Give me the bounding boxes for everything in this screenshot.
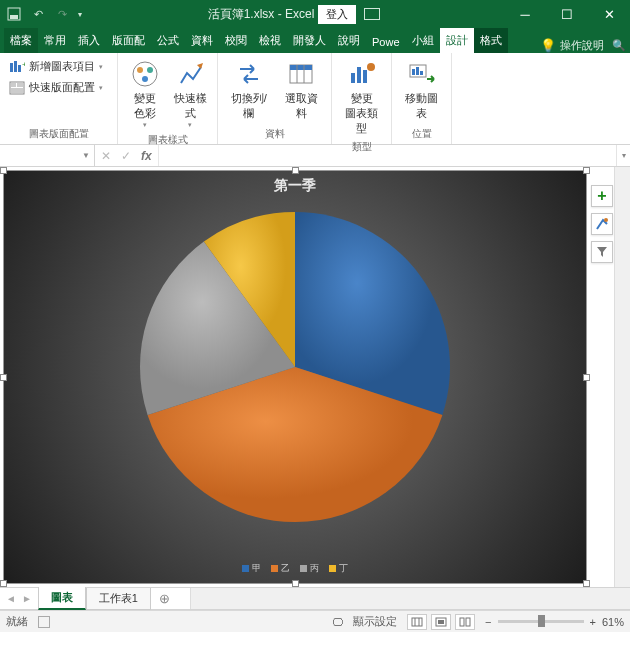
maximize-button[interactable]: ☐ <box>546 0 588 28</box>
tab-formulas[interactable]: 公式 <box>151 28 185 53</box>
resize-handle[interactable] <box>0 374 7 381</box>
chart-legend[interactable]: 甲 乙 丙 丁 <box>4 562 586 575</box>
legend-item-0[interactable]: 甲 <box>242 562 261 575</box>
tab-chartformat[interactable]: 格式 <box>474 28 508 53</box>
tab-review[interactable]: 校閱 <box>219 28 253 53</box>
tab-insert[interactable]: 插入 <box>72 28 106 53</box>
zoom-control: − + 61% <box>485 616 624 628</box>
worksheet-area: 第一季 甲 乙 丙 丁 <box>0 167 630 588</box>
tab-team[interactable]: 小組 <box>406 28 440 53</box>
quick-layout-button[interactable]: 快速版面配置 ▾ <box>6 78 106 97</box>
add-element-label: 新增圖表項目 <box>29 59 95 74</box>
group-data-label: 資料 <box>224 125 325 143</box>
undo-icon[interactable]: ↶ <box>30 6 46 22</box>
tab-powerpivot[interactable]: Powe <box>366 31 406 53</box>
pie-chart[interactable] <box>135 207 455 527</box>
resize-handle[interactable] <box>583 167 590 174</box>
zoom-out-button[interactable]: − <box>485 616 491 628</box>
legend-item-2[interactable]: 丙 <box>300 562 319 575</box>
chart-title[interactable]: 第一季 <box>4 171 586 195</box>
tellme-icon: 💡 <box>540 38 556 53</box>
switch-rowcol-button[interactable]: 切換列/欄 <box>224 57 273 123</box>
svg-rect-19 <box>357 67 361 83</box>
formula-input[interactable] <box>159 145 616 166</box>
move-chart-label: 移動圖表 <box>401 91 442 121</box>
svg-rect-23 <box>412 69 415 75</box>
group-chartlayouts-label: 圖表版面配置 <box>6 125 111 143</box>
display-settings-icon[interactable]: 🖵 <box>332 616 343 628</box>
svg-rect-33 <box>466 618 470 626</box>
pagelayout-view-button[interactable] <box>431 614 451 630</box>
add-chart-element-button[interactable]: + 新增圖表項目 ▾ <box>6 57 106 76</box>
resize-handle[interactable] <box>292 580 299 587</box>
display-settings-label[interactable]: 顯示設定 <box>353 614 397 629</box>
tab-chartdesign[interactable]: 設計 <box>440 28 474 53</box>
chart-styles-button[interactable] <box>591 213 613 235</box>
svg-rect-24 <box>416 67 419 75</box>
normal-view-button[interactable] <box>407 614 427 630</box>
sheet-tab-chart[interactable]: 圖表 <box>38 587 86 610</box>
horizontal-scrollbar[interactable] <box>190 588 630 609</box>
formula-bar: ▼ ✕ ✓ fx ▾ <box>0 145 630 167</box>
tab-file[interactable]: 檔案 <box>4 28 38 53</box>
tellme-input[interactable]: 操作說明 <box>560 38 604 53</box>
cancel-icon[interactable]: ✕ <box>101 149 111 163</box>
quick-style-button[interactable]: 快速樣式 ▾ <box>170 57 212 131</box>
svg-rect-15 <box>290 65 312 70</box>
minimize-button[interactable]: ─ <box>504 0 546 28</box>
close-button[interactable]: ✕ <box>588 0 630 28</box>
ribbon-display-icon[interactable] <box>364 8 380 20</box>
svg-rect-31 <box>438 620 444 624</box>
tab-view[interactable]: 檢視 <box>253 28 287 53</box>
resize-handle[interactable] <box>0 167 7 174</box>
svg-rect-7 <box>11 83 16 87</box>
legend-item-1[interactable]: 乙 <box>271 562 290 575</box>
tab-developer[interactable]: 開發人 <box>287 28 332 53</box>
pagebreak-view-button[interactable] <box>455 614 475 630</box>
redo-icon[interactable]: ↷ <box>54 6 70 22</box>
chart-object[interactable]: 第一季 甲 乙 丙 丁 <box>3 170 587 584</box>
tab-help[interactable]: 說明 <box>332 28 366 53</box>
zoom-in-button[interactable]: + <box>590 616 596 628</box>
svg-rect-3 <box>14 61 17 72</box>
select-data-button[interactable]: 選取資料 <box>277 57 325 123</box>
macro-record-icon[interactable] <box>38 616 50 628</box>
chevron-down-icon: ▼ <box>82 151 90 160</box>
new-sheet-button[interactable]: ⊕ <box>151 591 178 606</box>
switch-icon <box>234 59 264 89</box>
sheet-tab-sheet1[interactable]: 工作表1 <box>86 588 151 610</box>
svg-rect-25 <box>420 71 423 75</box>
save-icon[interactable] <box>6 6 22 22</box>
select-data-label: 選取資料 <box>280 91 322 121</box>
move-chart-button[interactable]: 移動圖表 <box>398 57 445 123</box>
expand-formula-icon[interactable]: ▾ <box>616 145 630 166</box>
zoom-slider[interactable] <box>498 620 584 623</box>
qat-dropdown-icon[interactable]: ▾ <box>78 10 82 19</box>
change-charttype-button[interactable]: 變更 圖表類型 <box>338 57 385 138</box>
resize-handle[interactable] <box>292 167 299 174</box>
change-type-label: 變更 圖表類型 <box>341 91 382 136</box>
svg-text:+: + <box>22 60 25 69</box>
sheet-next-icon[interactable]: ► <box>22 593 32 604</box>
move-chart-icon <box>407 59 437 89</box>
zoom-level[interactable]: 61% <box>602 616 624 628</box>
chart-elements-button[interactable]: + <box>591 185 613 207</box>
legend-item-3[interactable]: 丁 <box>329 562 348 575</box>
status-bar: 就緒 🖵 顯示設定 − + 61% <box>0 610 630 632</box>
resize-handle[interactable] <box>0 580 7 587</box>
enter-icon[interactable]: ✓ <box>121 149 131 163</box>
vertical-scrollbar[interactable] <box>614 167 630 587</box>
chart-filters-button[interactable] <box>591 241 613 263</box>
sheet-prev-icon[interactable]: ◄ <box>6 593 16 604</box>
tab-home[interactable]: 常用 <box>38 28 72 53</box>
tellme-search-icon[interactable]: 🔍 <box>612 39 626 52</box>
change-colors-button[interactable]: 變更 色彩 ▾ <box>124 57 166 131</box>
name-box[interactable]: ▼ <box>0 145 95 166</box>
signin-button[interactable]: 登入 <box>318 5 356 24</box>
fx-icon[interactable]: fx <box>141 149 152 163</box>
resize-handle[interactable] <box>583 580 590 587</box>
resize-handle[interactable] <box>583 374 590 381</box>
add-element-icon: + <box>9 60 25 74</box>
tab-pagelayout[interactable]: 版面配 <box>106 28 151 53</box>
tab-data[interactable]: 資料 <box>185 28 219 53</box>
